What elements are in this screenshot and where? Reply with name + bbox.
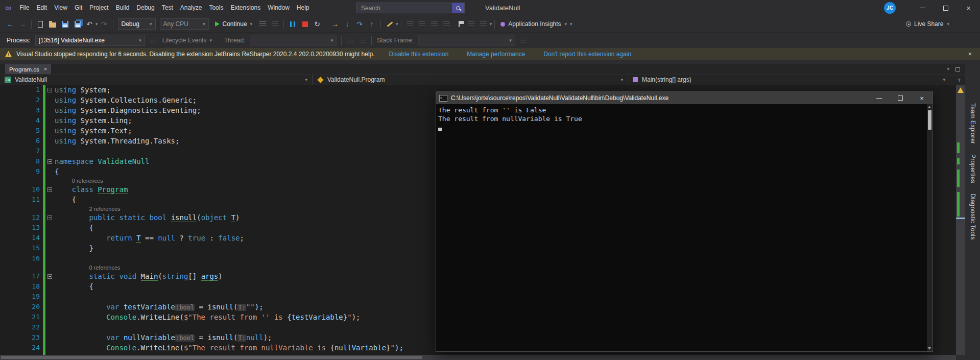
next-thread-button[interactable] <box>357 34 368 46</box>
search-button[interactable] <box>452 3 464 13</box>
fold-toggle[interactable] <box>45 271 54 281</box>
tab-program-cs[interactable]: Program.cs × <box>5 64 51 74</box>
outline-button-2[interactable] <box>417 18 428 30</box>
stop-debugging-button[interactable] <box>299 18 310 30</box>
menu-window[interactable]: Window <box>264 0 293 16</box>
menu-debug[interactable]: Debug <box>133 0 158 16</box>
horizontal-scrollbar-thumb[interactable] <box>1 356 422 359</box>
line-number[interactable]: 19 <box>0 292 43 302</box>
line-number[interactable]: 11 <box>0 195 43 205</box>
console-scrollbar[interactable] <box>927 104 933 351</box>
menu-git[interactable]: Git <box>71 0 86 16</box>
line-number[interactable] <box>0 177 43 184</box>
line-number[interactable]: 15 <box>0 243 43 253</box>
console-scrollbar-thumb[interactable] <box>928 110 931 130</box>
line-number[interactable] <box>0 205 43 212</box>
infobar-link-2[interactable]: Don't report this extension again <box>543 51 631 58</box>
menu-tools[interactable]: Tools <box>205 0 227 16</box>
horizontal-scrollbar[interactable] <box>0 355 956 360</box>
step-out-button[interactable]: ↑ <box>366 18 377 30</box>
comment-button[interactable] <box>441 18 452 30</box>
live-share-button[interactable]: Live Share ▾ <box>906 20 949 28</box>
line-number[interactable]: 17 <box>0 271 43 281</box>
infobar-link-1[interactable]: Manage performance <box>467 51 525 58</box>
line-number[interactable]: 1 <box>0 85 43 95</box>
menu-analyze[interactable]: Analyze <box>177 0 206 16</box>
fold-toggle[interactable] <box>45 184 54 195</box>
line-number[interactable]: 4 <box>0 115 43 126</box>
thread-dropdown[interactable]: ▾ <box>250 35 337 46</box>
undo-dropdown[interactable]: ▾ <box>95 22 98 27</box>
fold-toggle[interactable] <box>45 85 54 95</box>
menu-project[interactable]: Project <box>86 0 112 16</box>
bookmark-prev-button[interactable] <box>478 18 489 30</box>
scroll-up-icon[interactable] <box>928 106 931 108</box>
tab-close-icon[interactable]: × <box>44 66 47 72</box>
line-number[interactable]: 12 <box>0 212 43 223</box>
break-all-button[interactable] <box>287 18 298 30</box>
fold-toggle[interactable] <box>45 212 54 223</box>
document-list-chevron-icon[interactable]: ▾ <box>947 67 949 71</box>
line-number[interactable]: 23 <box>0 332 43 343</box>
line-number[interactable] <box>0 263 43 271</box>
undo-button[interactable]: ↶ <box>84 18 95 30</box>
line-number[interactable]: 20 <box>0 302 43 312</box>
navigate-back-button[interactable]: ← <box>5 18 16 30</box>
console-output[interactable]: The result from '' is FalseThe result fr… <box>436 104 933 351</box>
dock-tab-properties[interactable]: Properties <box>969 154 976 183</box>
step-into-button[interactable]: ↓ <box>342 18 353 30</box>
application-insights-dropdown[interactable]: Application Insights ▾ <box>500 20 567 28</box>
add-icon[interactable]: + <box>957 75 961 85</box>
minimize-button[interactable] <box>911 0 934 16</box>
line-number[interactable]: 18 <box>0 281 43 292</box>
lifecycle-events-dropdown[interactable]: Lifecycle Events ▾ <box>162 37 212 44</box>
restart-button[interactable]: ↻ <box>312 18 323 30</box>
navigate-forward-button[interactable]: → <box>17 18 28 30</box>
line-number[interactable]: 7 <box>0 146 43 156</box>
fold-toggle[interactable] <box>45 156 54 166</box>
code-cleanup-dropdown[interactable]: ▾ <box>396 22 398 27</box>
console-maximize-button[interactable] <box>890 92 911 104</box>
menu-edit[interactable]: Edit <box>33 0 51 16</box>
search-input[interactable]: Search <box>356 3 465 13</box>
line-number[interactable]: 24 <box>0 343 43 353</box>
line-number[interactable]: 14 <box>0 233 43 243</box>
line-number[interactable]: 16 <box>0 253 43 263</box>
line-number[interactable]: 8 <box>0 156 43 166</box>
close-button[interactable]: × <box>957 0 980 16</box>
console-close-button[interactable]: × <box>911 92 933 104</box>
outline-button-1[interactable] <box>404 18 416 30</box>
menu-extensions[interactable]: Extensions <box>227 0 264 16</box>
show-next-statement-button[interactable]: → <box>329 18 341 30</box>
prev-thread-button[interactable] <box>345 34 356 46</box>
process-dropdown[interactable]: [13516] ValidateNull.exe ▾ <box>35 35 145 46</box>
codelens-references[interactable]: 0 references <box>72 178 103 184</box>
menu-help[interactable]: Help <box>293 0 313 16</box>
account-avatar[interactable]: JC <box>884 2 896 14</box>
menu-file[interactable]: File <box>16 0 33 16</box>
toolbar-options-dropdown[interactable]: ▾ <box>570 22 572 27</box>
lifecycle-icon-button[interactable] <box>148 34 159 46</box>
maximize-button[interactable] <box>934 0 957 16</box>
menu-test[interactable]: Test <box>158 0 177 16</box>
indent-button[interactable] <box>429 18 440 30</box>
float-window-icon[interactable] <box>955 67 960 71</box>
browser-preview-button[interactable] <box>257 18 268 30</box>
scroll-down-icon[interactable] <box>928 347 931 350</box>
infobar-close-button[interactable]: × <box>965 50 975 58</box>
continue-button[interactable]: Continue ▾ <box>215 20 253 28</box>
open-file-button[interactable] <box>47 18 58 30</box>
stack-frame-nav-button[interactable] <box>518 34 529 46</box>
bookmark-button[interactable] <box>453 18 465 30</box>
menu-view[interactable]: View <box>51 0 71 16</box>
vertical-scrollbar[interactable] <box>956 85 965 355</box>
stack-frame-dropdown[interactable]: ▾ <box>418 35 515 46</box>
member-dropdown[interactable]: Main(string[] args) ▾ <box>628 75 965 85</box>
type-dropdown[interactable]: ValidateNull.Program ▾ <box>313 75 628 85</box>
line-number[interactable]: 2 <box>0 95 43 105</box>
dock-tab-team-explorer[interactable]: Team Explorer <box>969 103 976 144</box>
line-number[interactable]: 6 <box>0 136 43 146</box>
solution-platform-dropdown[interactable]: Any CPU ▾ <box>160 18 209 30</box>
toolbar-overflow-dropdown[interactable]: ▾ <box>490 22 492 27</box>
line-number[interactable]: 22 <box>0 322 43 332</box>
